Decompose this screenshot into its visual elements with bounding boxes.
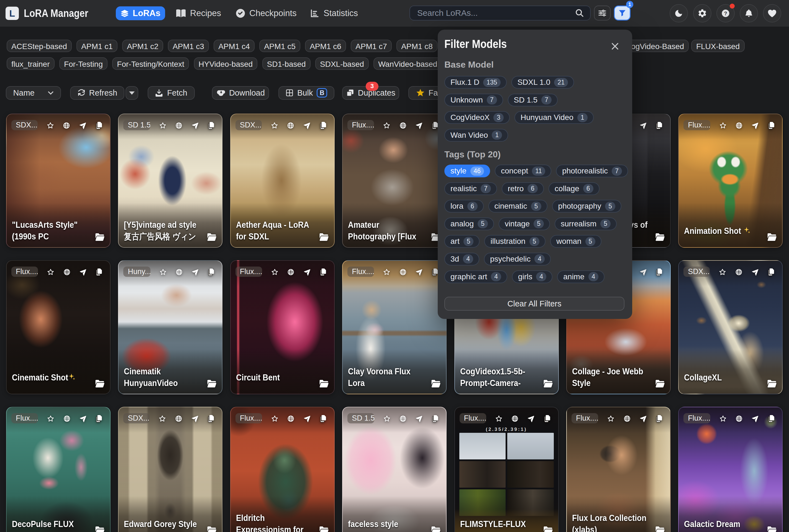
svg-text:?: ?: [724, 11, 727, 16]
